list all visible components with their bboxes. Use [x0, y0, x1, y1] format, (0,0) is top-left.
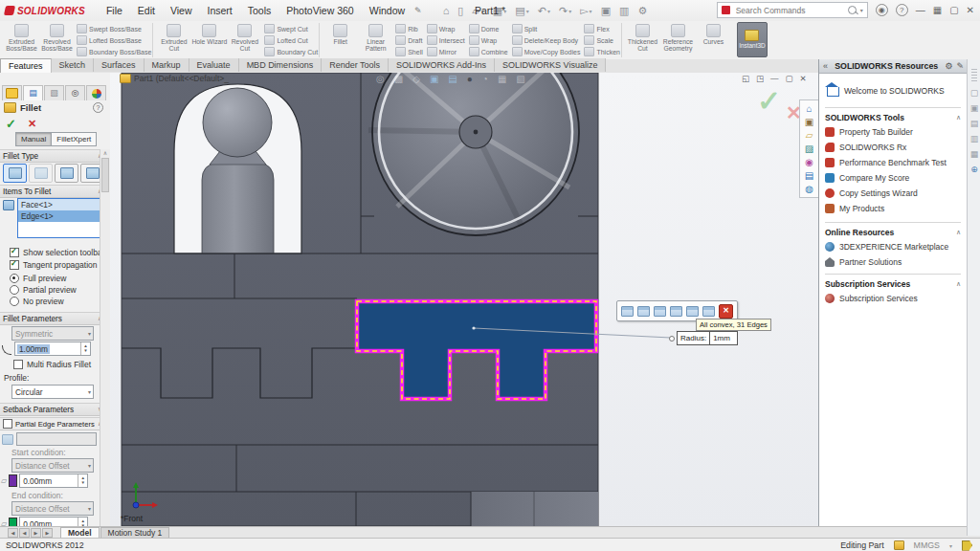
search-input[interactable] [734, 5, 844, 16]
zoom-to-area-icon[interactable]: ▩ [394, 74, 403, 84]
ribbon-button-small[interactable]: Boundary Cut [264, 47, 318, 56]
apply-scene-icon[interactable]: ▧ [516, 74, 524, 84]
pin-menu-icon[interactable]: ✎ [414, 6, 422, 15]
symmetric-dropdown[interactable]: Symmetric▾ [11, 326, 94, 341]
section-view-icon[interactable]: ▣ [430, 74, 438, 84]
menu-item[interactable]: Window [362, 5, 412, 16]
resource-link[interactable]: Performance Benchmark Test [825, 155, 965, 170]
dimxpertmanager-tab[interactable]: ◎ [65, 85, 85, 100]
configurationmanager-tab[interactable]: ▧ [44, 85, 64, 100]
spinner-icon[interactable]: ▲▼ [78, 474, 87, 487]
cancel-x-icon[interactable]: ✕ [28, 118, 36, 130]
ribbon-button-small[interactable]: Lofted Cut [264, 35, 318, 45]
menu-item[interactable]: Insert [199, 5, 239, 16]
search-icon[interactable] [848, 6, 857, 14]
menu-item[interactable]: Edit [130, 5, 163, 16]
ribbon-button[interactable]: Reference Geometry [660, 22, 696, 58]
prev-tab-icon[interactable]: ◀ [19, 528, 30, 538]
help-icon[interactable]: ? [896, 4, 908, 16]
radio-icon[interactable] [10, 297, 19, 306]
menu-item[interactable]: View [163, 5, 200, 16]
ribbon-button-small[interactable]: Move/Copy Bodies [512, 47, 581, 56]
spinner-icon[interactable]: ▲▼ [80, 342, 90, 355]
zoom-to-fit-icon[interactable]: ◎ [376, 74, 385, 84]
doc-minimize-icon[interactable]: — [770, 74, 779, 83]
partial-edge-checkbox[interactable] [3, 419, 12, 429]
display-style-icon[interactable]: ● [467, 74, 473, 84]
ribbon-button-small[interactable]: Wrap [469, 35, 508, 45]
fillet-type-variable-button[interactable] [29, 164, 53, 183]
dimxpert-edge-icon[interactable]: ⊕ [970, 165, 978, 174]
ribbon-button[interactable]: Hole Wizard [191, 22, 227, 58]
resource-link[interactable]: Property Tab Builder [825, 124, 965, 140]
custom-properties-tab-icon[interactable]: ▤ [805, 170, 813, 181]
model-canvas[interactable] [110, 73, 818, 526]
radius-input[interactable]: 1.00mm ▲▼ [14, 342, 91, 356]
profile-dropdown[interactable]: Circular▾ [11, 385, 94, 399]
propertymanager-tab[interactable]: ▤ [23, 85, 43, 100]
scrollbar-thumb[interactable] [101, 158, 109, 192]
units-label[interactable]: MMGS [914, 540, 940, 550]
menu-item[interactable]: File [99, 5, 130, 16]
drag-grip-icon[interactable] [971, 69, 977, 82]
featuremanager-tab[interactable] [2, 85, 22, 100]
file-properties-icon[interactable]: ▥ [619, 5, 629, 17]
fillet-type-section-header[interactable]: Fillet Type∧ [0, 149, 105, 163]
callout-handle-icon[interactable] [669, 336, 675, 342]
view-palette-tab-icon[interactable]: ▨ [805, 143, 813, 154]
callout-value[interactable]: 1mm [710, 331, 738, 345]
partial-edge-field[interactable] [16, 432, 97, 446]
pin-body[interactable] [202, 163, 274, 253]
fillet-type-constant-button[interactable] [3, 164, 27, 183]
resource-link[interactable]: Copy Settings Wizard [825, 186, 965, 201]
partial-preview-radio[interactable]: Partial preview [10, 285, 77, 295]
show-selection-toolbar-checkbox[interactable]: Show selection toolbar [10, 248, 105, 257]
ribbon-button-small[interactable]: Wrap [427, 24, 465, 33]
multi-radius-checkbox[interactable]: Multi Radius Fillet [13, 360, 91, 369]
view-orientation-icon[interactable]: ▤ [448, 74, 457, 84]
checkbox-icon[interactable] [13, 360, 23, 369]
no-preview-radio[interactable]: No preview [10, 297, 64, 306]
subscription-section-header[interactable]: Subscription Services∧ [825, 279, 961, 289]
ribbon-button-small[interactable]: Thicken [584, 47, 620, 56]
doc-restore-icon[interactable]: ▢ [786, 74, 793, 83]
command-tab[interactable]: Evaluate [189, 58, 239, 72]
ribbon-button-small[interactable]: Mirror [427, 47, 465, 56]
resource-link[interactable]: My Products [825, 201, 965, 216]
design-library-tab-icon[interactable]: ▣ [805, 117, 813, 127]
design-library-edge-icon[interactable]: ▢ [970, 88, 979, 98]
command-tab[interactable]: Render Tools [322, 58, 389, 72]
ribbon-button-small[interactable]: Delete/Keep Body [512, 35, 581, 45]
radius-callout[interactable]: Radius: 1mm [669, 331, 738, 345]
end-condition-dropdown[interactable]: Distance Offset▾ [11, 501, 94, 516]
ribbon-button[interactable]: Revolved Cut [227, 22, 262, 58]
ribbon-button-small[interactable]: Draft [395, 35, 423, 45]
radio-icon[interactable] [10, 285, 19, 295]
redo-icon[interactable]: ↷▾ [559, 5, 571, 17]
pin-sphere[interactable] [203, 88, 272, 157]
pane-options-gear-icon[interactable]: ⚙ [945, 61, 952, 71]
checkbox-icon[interactable] [10, 260, 19, 270]
pane-pin-icon[interactable]: ✎ [956, 61, 964, 71]
command-tab[interactable]: Surfaces [94, 58, 145, 72]
edit-appearance-icon[interactable]: ▦ [498, 74, 506, 84]
file-explorer-edge-icon[interactable]: ▣ [970, 103, 979, 113]
ribbon-button[interactable]: Linear Pattern [358, 22, 393, 58]
ribbon-button[interactable]: Revolved Boss/Base [39, 22, 75, 58]
ribbon-button-small[interactable]: Intersect [427, 35, 465, 45]
ribbon-button-small[interactable]: Rib [395, 24, 423, 33]
fillet-type-face-button[interactable] [55, 164, 78, 183]
start-condition-dropdown[interactable]: Distance Offset▾ [11, 458, 94, 473]
checkbox-icon[interactable] [10, 248, 19, 257]
full-preview-radio[interactable]: Full preview [10, 274, 66, 283]
ribbon-button-small[interactable]: Split [512, 24, 581, 33]
view-palette-edge-icon[interactable]: ▤ [970, 119, 979, 128]
selection-option-3-icon[interactable] [654, 306, 666, 317]
units-dropdown-icon[interactable]: ▾ [949, 542, 952, 549]
welcome-link[interactable]: Welcome to SOLIDWORKS [827, 84, 945, 97]
resource-link[interactable]: Subscription Services [825, 291, 965, 306]
resource-link[interactable]: SOLIDWORKS Rx [825, 140, 965, 155]
hide-show-items-icon[interactable]: ◔ [482, 74, 488, 84]
ribbon-button[interactable]: Thickened Cut [625, 22, 660, 58]
filletxpert-mode-button[interactable]: FilletXpert [52, 132, 97, 146]
